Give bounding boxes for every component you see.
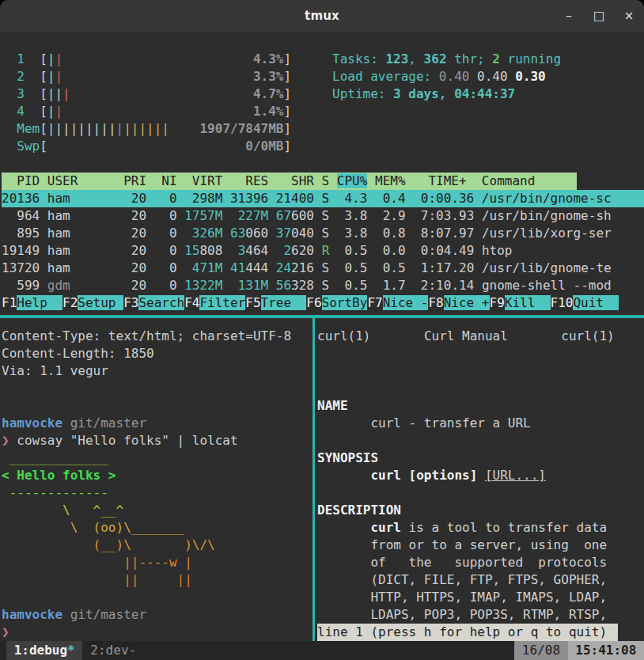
status-clock: 15:41:08 bbox=[568, 641, 644, 660]
window-title: tmux bbox=[305, 9, 339, 23]
man-page-line: NAME bbox=[317, 397, 644, 415]
tmux-terminal-window: tmux – □ × 1 [|| 4.3%] 2 [|| 3.3%] 3 [||… bbox=[0, 0, 644, 660]
htop-table-header[interactable]: PID USER PRI NI VIRT RES SHR S CPU% MEM%… bbox=[2, 173, 577, 190]
man-page-line: HTTP, HTTPS, IMAP, IMAPS, LDAP, bbox=[317, 589, 644, 606]
htop-stat-line: Tasks: 123, 362 thr; 2 running bbox=[332, 51, 561, 68]
man-page-line bbox=[317, 345, 644, 362]
htop-tasks-load-uptime: Tasks: 123, 362 thr; 2 runningLoad avera… bbox=[332, 51, 561, 103]
shell-line: ❯ bbox=[2, 624, 313, 641]
htop-process-row[interactable]: 20136 ham 20 0 298M 31396 21400 S 4.3 0.… bbox=[2, 190, 644, 207]
window-titlebar: tmux – □ × bbox=[0, 0, 644, 32]
shell-line: || || bbox=[2, 571, 313, 589]
shell-line: ❯ cowsay "Hello folks" | lolcat bbox=[2, 432, 313, 449]
terminal-content: 1 [|| 4.3%] 2 [|| 3.3%] 3 [||| 4.7%] 4 [… bbox=[0, 32, 644, 641]
shell-line: hamvocke git/master bbox=[2, 415, 313, 432]
man-page-line: line 1 (press h for help or q to quit) bbox=[317, 624, 618, 641]
man-page-line bbox=[317, 484, 644, 502]
htop-process-row[interactable]: 13720 ham 20 0 471M 41444 24216 S 0.5 0.… bbox=[2, 260, 644, 277]
shell-pane[interactable]: Content-Type: text/html; charset=UTF-8Co… bbox=[0, 318, 313, 641]
shell-line bbox=[2, 380, 313, 397]
htop-stat-line: Load average: 0.40 0.40 0.30 bbox=[332, 68, 561, 85]
htop-meter: Mem[|||||||||||||||| 1907/7847MB] bbox=[2, 120, 644, 138]
tmux-window-tab-2-dev[interactable]: 2:dev- bbox=[90, 641, 136, 660]
bottom-panes: Content-Type: text/html; charset=UTF-8Co… bbox=[0, 318, 644, 641]
man-page-line: from or to a server, using one bbox=[317, 537, 644, 554]
shell-line: ||----w | bbox=[2, 554, 313, 571]
shell-line: Content-Length: 1850 bbox=[2, 345, 313, 362]
man-page-line: SYNOPSIS bbox=[317, 449, 644, 467]
man-page-line: (DICT, FILE, FTP, FTPS, GOPHER, bbox=[317, 571, 644, 589]
shell-line: (__)\ )\/\ bbox=[2, 537, 313, 554]
shell-line: _____________ bbox=[2, 449, 313, 467]
man-page-line bbox=[317, 362, 644, 380]
shell-line: Content-Type: text/html; charset=UTF-8 bbox=[2, 328, 313, 345]
htop-meter: 4 [|| 1.4%] bbox=[2, 103, 644, 120]
status-date: 16/08 bbox=[514, 641, 567, 660]
man-page-line: curl is a tool to transfer data bbox=[317, 519, 644, 537]
man-page-line: DESCRIPTION bbox=[317, 502, 644, 519]
man-page-line bbox=[317, 432, 644, 449]
shell-line: \ (oo)\_______ bbox=[2, 519, 313, 537]
man-page-line: curl [options] [URL...] bbox=[317, 467, 644, 484]
htop-process-row[interactable]: 895 ham 20 0 326M 63060 37040 S 3.8 0.8 … bbox=[2, 225, 644, 242]
htop-pane: 1 [|| 4.3%] 2 [|| 3.3%] 3 [||| 4.7%] 4 [… bbox=[0, 32, 644, 315]
minimize-icon[interactable]: – bbox=[562, 9, 576, 23]
htop-process-row[interactable]: 19149 ham 20 0 15808 3464 2620 R 0.5 0.0… bbox=[2, 242, 644, 260]
htop-function-key-bar[interactable]: F1Help F2Setup F3SearchF4FilterF5Tree F6… bbox=[2, 294, 644, 312]
shell-line bbox=[2, 397, 313, 415]
man-page-pane[interactable]: curl(1) Curl Manual curl(1)NAME curl - t… bbox=[315, 318, 644, 641]
man-page-line: curl(1) Curl Manual curl(1) bbox=[317, 328, 644, 345]
tmux-status-bar: 1:debug* 2:dev- 16/08 15:41:08 bbox=[0, 641, 644, 660]
shell-line: ------------- bbox=[2, 484, 313, 502]
status-bar-spacer bbox=[136, 641, 514, 660]
shell-line: hamvocke git/master bbox=[2, 606, 313, 624]
close-icon[interactable]: × bbox=[622, 9, 636, 23]
htop-process-row[interactable]: 599 gdm 20 0 1322M 131M 56328 S 0.5 1.7 … bbox=[2, 277, 644, 294]
shell-line: \ ^__^ bbox=[2, 502, 313, 519]
man-page-line: LDAPS, POP3, POP3S, RTMP, RTSP, bbox=[317, 606, 644, 624]
htop-stat-line: Uptime: 3 days, 04:44:37 bbox=[332, 85, 561, 103]
htop-process-row[interactable]: 964 ham 20 0 1757M 227M 67600 S 3.8 2.9 … bbox=[2, 207, 644, 225]
htop-process-table: 20136 ham 20 0 298M 31396 21400 S 4.3 0.… bbox=[2, 190, 644, 294]
shell-line bbox=[2, 589, 313, 606]
htop-meter: Swp[ 0/0MB] bbox=[2, 138, 644, 155]
maximize-icon[interactable]: □ bbox=[592, 9, 606, 23]
shell-line: Via: 1.1 vegur bbox=[2, 362, 313, 380]
blank-line bbox=[2, 155, 644, 173]
man-page-line: of the supported protocols bbox=[317, 554, 644, 571]
man-page-line: curl - transfer a URL bbox=[317, 415, 644, 432]
tmux-window-tab-1-debug[interactable]: 1:debug* bbox=[6, 641, 82, 660]
man-page-line bbox=[317, 380, 644, 397]
window-controls: – □ × bbox=[562, 0, 636, 32]
shell-line: < Hello folks > bbox=[2, 467, 313, 484]
